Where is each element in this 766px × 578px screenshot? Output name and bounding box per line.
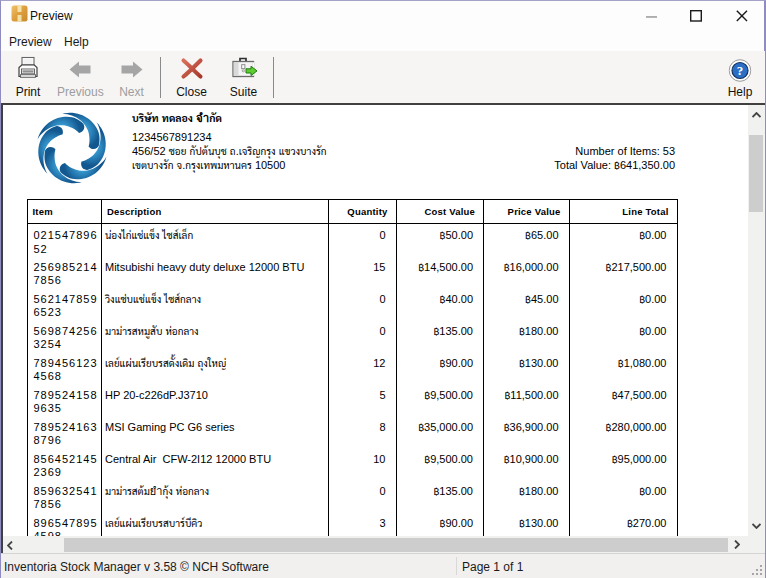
svg-text:?: ? xyxy=(737,63,744,78)
